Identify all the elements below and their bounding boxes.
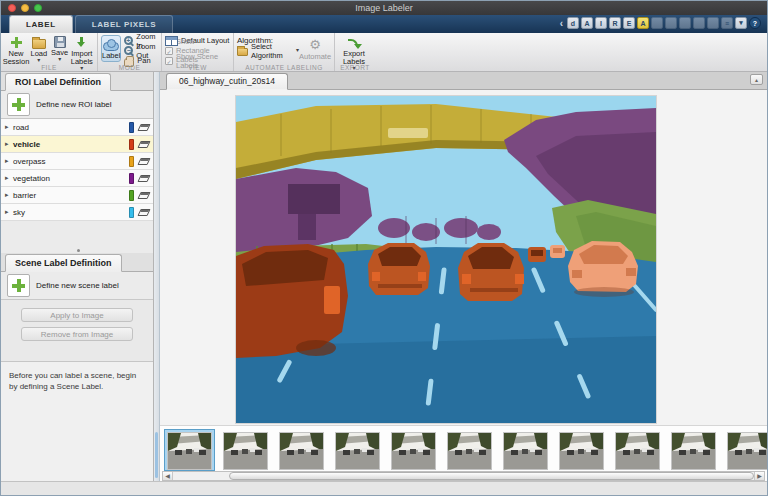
roi-label-row[interactable]: ▸ vehicle bbox=[1, 136, 153, 153]
filmstrip-thumbnail[interactable] bbox=[668, 429, 719, 471]
automate-button[interactable]: ⚙ Automate bbox=[299, 37, 331, 62]
qa-copy-icon[interactable] bbox=[679, 17, 691, 29]
zoom-out-button[interactable]: Zoom Out bbox=[124, 46, 158, 55]
qa-tool-i-icon[interactable]: I bbox=[595, 17, 607, 29]
filmstrip-thumbnail[interactable] bbox=[388, 429, 439, 471]
filmstrip-thumbnail[interactable] bbox=[332, 429, 383, 471]
scene-panel-tab[interactable]: Scene Label Definition bbox=[5, 254, 122, 272]
pixel-brush-icon bbox=[137, 209, 150, 216]
layout-grid-icon bbox=[165, 36, 178, 46]
filmstrip-scrollbar[interactable]: ◀ ▶ bbox=[162, 471, 765, 481]
pixel-brush-icon bbox=[137, 141, 150, 148]
roi-panel-header: ROI Label Definition bbox=[1, 72, 153, 91]
expand-arrow-icon[interactable]: ▸ bbox=[5, 174, 13, 182]
qa-highlight-icon[interactable]: A bbox=[637, 17, 649, 29]
roi-panel-tab[interactable]: ROI Label Definition bbox=[5, 73, 111, 91]
status-bar bbox=[1, 481, 767, 495]
qa-tool-e-icon[interactable]: E bbox=[623, 17, 635, 29]
roi-label-row[interactable]: ▸ road bbox=[1, 119, 153, 136]
roi-label-list: ▸ road ▸ vehicle ▸ overpass ▸ vegetation… bbox=[1, 119, 153, 221]
scene-help-text: Before you can label a scene, begin by d… bbox=[1, 362, 153, 482]
label-color-chip[interactable] bbox=[129, 156, 134, 167]
plus-icon bbox=[11, 278, 26, 293]
label-color-chip[interactable] bbox=[129, 173, 134, 184]
filmstrip-thumbnail[interactable] bbox=[220, 429, 271, 471]
label-color-chip[interactable] bbox=[129, 122, 134, 133]
panel-splitter-handle[interactable] bbox=[77, 249, 80, 252]
filmstrip-thumbnail[interactable] bbox=[556, 429, 607, 471]
label-color-chip[interactable] bbox=[129, 190, 134, 201]
ribbon-group-mode: Label Zoom In Zoom Out Pan MODE bbox=[98, 33, 162, 71]
image-canvas[interactable] bbox=[160, 90, 767, 425]
qa-help-icon[interactable]: ? bbox=[749, 17, 761, 29]
chevron-down-icon: ▾ bbox=[58, 57, 61, 62]
export-arrow-icon bbox=[347, 36, 361, 49]
scrollbar-thumb[interactable] bbox=[229, 472, 754, 480]
splitter-scroll-thumb[interactable] bbox=[155, 432, 158, 478]
define-scene-label-button[interactable]: Define new scene label bbox=[1, 272, 153, 300]
qa-tool-d-icon[interactable]: d bbox=[567, 17, 579, 29]
zoom-in-icon bbox=[124, 36, 133, 45]
document-tab[interactable]: 06_highway_cutin_20s14 bbox=[166, 73, 288, 90]
tab-label[interactable]: LABEL bbox=[9, 15, 73, 33]
filmstrip-thumbnail[interactable] bbox=[612, 429, 663, 471]
scroll-left-icon[interactable]: ◀ bbox=[163, 472, 173, 480]
qa-collapse-left-icon[interactable]: ‹ bbox=[558, 17, 565, 29]
pixel-brush-icon bbox=[137, 192, 150, 199]
label-mode-button[interactable]: Label bbox=[101, 35, 121, 62]
filmstrip-thumbnail[interactable] bbox=[500, 429, 551, 471]
qa-print-icon[interactable] bbox=[707, 17, 719, 29]
pixel-brush-icon bbox=[137, 124, 150, 131]
qa-dropdown-icon[interactable]: ▾ bbox=[735, 17, 747, 29]
left-panel: ROI Label Definition Define new ROI labe… bbox=[1, 72, 154, 482]
thumbnail-image bbox=[335, 432, 380, 470]
filmstrip-thumbnail[interactable] bbox=[164, 429, 215, 471]
expand-arrow-icon[interactable]: ▸ bbox=[5, 123, 13, 131]
load-button[interactable]: Load ▾ bbox=[28, 35, 50, 64]
roi-label-name: road bbox=[13, 123, 129, 132]
qa-save-icon[interactable] bbox=[651, 17, 663, 29]
roi-label-row[interactable]: ▸ overpass bbox=[1, 153, 153, 170]
qa-paste-icon[interactable] bbox=[693, 17, 705, 29]
save-button[interactable]: Save ▾ bbox=[50, 35, 70, 63]
gear-icon: ⚙ bbox=[309, 38, 321, 52]
roi-label-name: vegetation bbox=[13, 174, 129, 183]
ribbon-tabstrip: LABEL LABEL PIXELS ‹ d A I R E A ≡ ▾ ? bbox=[1, 15, 767, 33]
expand-arrow-icon[interactable]: ▸ bbox=[5, 191, 13, 199]
expand-arrow-icon[interactable]: ▸ bbox=[5, 208, 13, 216]
roi-label-row[interactable]: ▸ sky bbox=[1, 204, 153, 221]
cloud-label-icon bbox=[103, 42, 119, 51]
expand-arrow-icon[interactable]: ▸ bbox=[5, 157, 13, 165]
define-roi-label-button[interactable]: Define new ROI label bbox=[1, 91, 153, 119]
select-algorithm-button[interactable]: Select Algorithm ▾ bbox=[237, 46, 299, 55]
remove-from-image-button[interactable]: Remove from Image bbox=[21, 327, 133, 341]
qa-cut-icon[interactable] bbox=[665, 17, 677, 29]
thumbnail-image bbox=[167, 432, 212, 470]
roi-label-row[interactable]: ▸ vegetation bbox=[1, 170, 153, 187]
pixel-brush-icon bbox=[137, 158, 150, 165]
qa-tool-a-icon[interactable]: A bbox=[581, 17, 593, 29]
document-tab-strip: 06_highway_cutin_20s14 ▴ bbox=[160, 72, 767, 90]
filmstrip-thumbnail[interactable] bbox=[724, 429, 767, 471]
scroll-right-icon[interactable]: ▶ bbox=[754, 472, 764, 480]
titlebar: Image Labeler bbox=[1, 1, 767, 15]
label-color-chip[interactable] bbox=[129, 139, 134, 150]
new-session-button[interactable]: New Session bbox=[4, 35, 28, 67]
zoom-out-icon bbox=[124, 46, 133, 55]
filmstrip-thumbnail[interactable] bbox=[276, 429, 327, 471]
roi-label-name: barrier bbox=[13, 191, 129, 200]
thumbnail-image bbox=[391, 432, 436, 470]
apply-to-image-button[interactable]: Apply to Image bbox=[21, 308, 133, 322]
quick-access-toolbar: ‹ d A I R E A ≡ ▾ ? bbox=[558, 17, 761, 29]
qa-tool-r-icon[interactable]: R bbox=[609, 17, 621, 29]
labeled-image[interactable] bbox=[236, 96, 656, 423]
tab-label-pixels[interactable]: LABEL PIXELS bbox=[75, 15, 173, 33]
filmstrip-thumbnail[interactable] bbox=[444, 429, 495, 471]
plus-icon bbox=[10, 36, 23, 49]
roi-label-row[interactable]: ▸ barrier bbox=[1, 187, 153, 204]
expand-arrow-icon[interactable]: ▸ bbox=[5, 140, 13, 148]
ribbon-collapse-icon[interactable]: ▴ bbox=[750, 74, 763, 85]
qa-links-icon[interactable]: ≡ bbox=[721, 17, 733, 29]
pixel-brush-icon bbox=[137, 175, 150, 182]
label-color-chip[interactable] bbox=[129, 207, 134, 218]
